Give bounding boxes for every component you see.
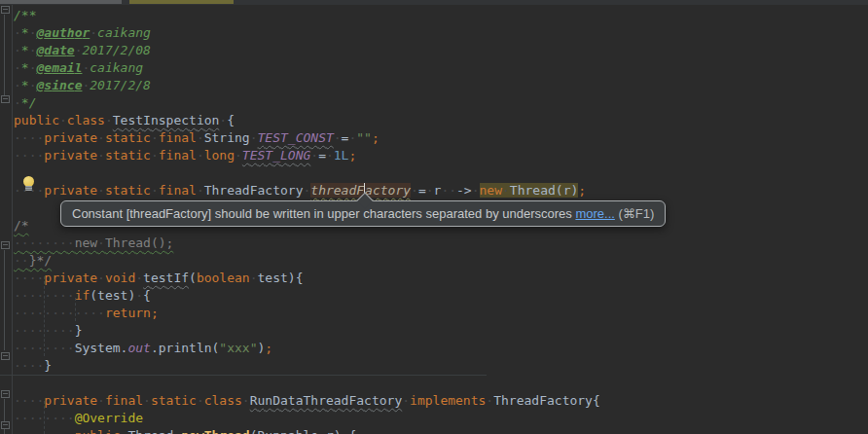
fold-start-icon[interactable] [1,421,10,429]
whitespace-dot: · [219,113,227,127]
code-token: "xxx" [219,341,257,355]
code-token: private·void· [44,271,143,285]
whitespace-dot: · [52,341,59,355]
whitespace-dot: · [14,235,21,250]
code-line[interactable]: ··}*/ [14,252,868,270]
whitespace-dot: · [14,253,21,268]
whitespace-dot: · [449,183,456,198]
code-line[interactable]: ·*·@email·caikang [14,59,868,77]
code-token: new· [480,183,510,198]
code-line[interactable]: public·class·TestInspection·{ [14,112,868,129]
whitespace-dot: · [21,428,29,434]
code-token: ( [189,271,197,285]
code-token: @date [36,43,74,57]
whitespace-dot: · [21,148,29,163]
code-line[interactable]: ····private·final·static·class·RunDataTh… [14,392,868,410]
whitespace-dot: · [235,148,242,163]
whitespace-dot: · [14,95,21,110]
code-token: ·*/ [14,95,36,110]
whitespace-dot: · [44,341,52,355]
whitespace-dot: · [14,288,21,303]
whitespace-dot: · [318,428,326,434]
tooltip-more-link[interactable]: more... [575,206,614,221]
code-line[interactable]: ········System.out.println("xxx"); [14,340,868,357]
code-token: ThreadFactory{ [493,393,600,408]
whitespace-dot: · [90,306,97,320]
fold-range-line [4,15,5,95]
lightbulb-intention-icon[interactable] [21,176,36,193]
indent-guide [44,276,45,356]
whitespace-dot: · [59,235,67,250]
editor-gutter[interactable] [0,0,13,434]
code-token: private·static·final·long· [44,148,242,163]
code-token: @since [36,78,82,92]
code-line[interactable]: ····private·static·final·String·TEST_CON… [14,129,868,147]
whitespace-dot: · [97,183,105,198]
code-token: private·static·final· [44,183,203,198]
indent-guide [44,401,45,434]
whitespace-dot: · [67,323,75,338]
whitespace-dot: · [14,183,21,198]
whitespace-dot: · [14,25,21,40]
whitespace-dot: · [67,288,75,303]
fold-end-icon[interactable] [1,352,10,360]
code-token: private·static·final· [44,130,203,145]
code-token: (Runnable·r)·{ [250,428,357,434]
whitespace-dot: · [67,341,75,355]
code-line[interactable] [14,164,868,182]
code-line[interactable]: ·*·@date·2017/2/08 [14,42,868,59]
fold-start-icon[interactable] [1,241,10,249]
whitespace-dot: · [14,428,21,434]
code-line[interactable]: ·*/ [14,94,868,112]
code-line[interactable]: ········public·Thread·newThread(Runnable… [14,427,868,434]
whitespace-dot: · [342,428,349,434]
code-token: /* [14,218,29,233]
code-token: newThread [181,428,249,434]
whitespace-dot: · [52,411,59,425]
code-token: test [258,271,288,285]
whitespace-dot: · [151,183,159,198]
whitespace-dot: · [14,271,21,285]
whitespace-dot: · [334,130,342,145]
code-token: ·caikang [82,60,143,75]
whitespace-dot: · [502,183,510,198]
whitespace-dot: · [14,411,21,425]
inspection-tooltip: Constant [threadFactory] should be writt… [60,200,666,227]
whitespace-dot: · [14,341,21,355]
whitespace-dot: · [52,235,59,250]
code-line[interactable]: ····private·void·testIf(boolean·test){ [14,270,868,287]
code-line[interactable]: ····private·static·final·ThreadFactory·t… [14,182,868,199]
whitespace-dot: · [21,341,29,355]
code-token: actory [365,183,411,198]
whitespace-dot: · [82,78,90,92]
code-line[interactable]: ············return; [14,305,868,322]
code-line[interactable] [14,375,868,392]
fold-start-icon[interactable] [1,6,10,14]
code-token: ···· [14,393,44,408]
whitespace-dot: · [44,306,52,320]
whitespace-dot: · [82,60,90,75]
code-line[interactable]: /** [14,7,868,24]
fold-start-icon[interactable] [1,390,10,398]
code-line[interactable]: ·*·@author·caikang [14,24,868,42]
code-line[interactable]: ········@Override [14,410,868,427]
code-line[interactable]: ····private·static·final·long·TEST_LONG·… [14,147,868,164]
whitespace-dot: · [14,358,21,373]
whitespace-dot: · [14,60,21,75]
code-line[interactable]: ·*·@since·2017/2/8 [14,77,868,94]
code-line[interactable]: ····} [14,357,868,375]
code-line[interactable]: ········} [14,322,868,340]
whitespace-dot: · [486,393,493,408]
code-line[interactable]: ········new·Thread(); [14,235,868,252]
fold-end-icon[interactable] [1,95,10,103]
code-token: ·*· [14,43,36,57]
whitespace-dot: · [52,323,59,338]
code-token: TEST_LONG [242,148,310,163]
code-token: .println( [151,341,219,355]
code-line[interactable]: ········if(test)·{ [14,287,868,305]
code-token: testIf [143,271,189,285]
code-token: threadF [310,183,364,198]
whitespace-dot: · [21,306,29,320]
code-token: ···· [14,148,44,163]
whitespace-dot: · [44,411,52,425]
